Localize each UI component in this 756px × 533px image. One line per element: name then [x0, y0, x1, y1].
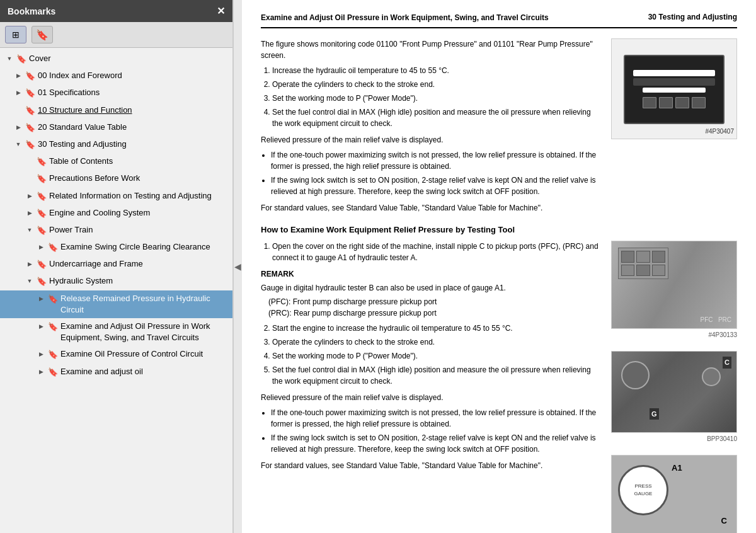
- sidebar-item-hydraulic[interactable]: 🔖 Hydraulic System: [0, 273, 232, 290]
- standard-note-1: For standard values, see Standard Value …: [261, 202, 601, 214]
- sidebar-item-engine[interactable]: 🔖 Engine and Cooling System: [0, 205, 232, 222]
- tree-label-specs: 01 Specifications: [38, 87, 229, 98]
- expand-arrow-hydraulic: [24, 276, 35, 285]
- expand-arrow-standard: [13, 122, 24, 132]
- sidebar-item-standard[interactable]: 🔖 20 Standard Value Table: [0, 119, 232, 136]
- bookmark-icon-related: 🔖: [37, 191, 47, 202]
- sidebar-item-index[interactable]: 🔖 00 Index and Foreword: [0, 67, 232, 84]
- sidebar-collapse-handle[interactable]: ◀: [233, 0, 242, 533]
- label-a1: A1: [672, 462, 682, 474]
- label-c-gauge: C: [721, 515, 727, 527]
- tree-label-engine: Engine and Cooling System: [49, 207, 229, 219]
- main-content: Examine and Adjust Oil Pressure in Work …: [242, 0, 756, 533]
- gauge-image: PRESSGAUGE A1 C: [611, 455, 737, 533]
- sidebar-item-examine-adj-oil2[interactable]: 🔖 Examine and adjust oil: [0, 364, 232, 381]
- bookmark-icon-swing: 🔖: [48, 242, 58, 253]
- bookmark-icon-cover: 🔖: [16, 54, 26, 65]
- tree-label-structure: 10 Structure and Function: [38, 105, 229, 116]
- bookmark-icon-engine: 🔖: [37, 208, 47, 219]
- tree-label-hydraulic: Hydraulic System: [49, 275, 229, 287]
- bullet-1-1: If the one-touch power maximizing switch…: [271, 149, 601, 172]
- bullet-2-1: If the one-touch power maximizing switch…: [271, 407, 601, 430]
- step-2-4: Set the working mode to P ("Power Mode")…: [272, 350, 601, 362]
- expand-arrow-power-train: [24, 225, 35, 234]
- step-1-4: Set the fuel control dial in MAX (High i…: [272, 106, 601, 129]
- steps-list-2b: Start the engine to increase the hydraul…: [261, 323, 601, 387]
- sidebar-item-related-info[interactable]: 🔖 Related Information on Testing and Adj…: [0, 188, 232, 205]
- panel-cell-2: [636, 251, 650, 263]
- relieved-note: Relieved pressure of the main relief val…: [261, 134, 601, 146]
- monitor-row-3: [643, 88, 706, 93]
- sidebar-item-undercarriage[interactable]: 🔖 Undercarriage and Frame: [0, 256, 232, 273]
- sidebar-item-swing-circle[interactable]: 🔖 Examine Swing Circle Bearing Clearance: [0, 239, 232, 256]
- monitor-icon-4: [692, 97, 706, 108]
- bookmark-icon-testing: 🔖: [25, 139, 35, 151]
- grid-view-button[interactable]: ⊞: [5, 26, 26, 43]
- panel-cell-5: [636, 265, 650, 277]
- tree-label-related: Related Information on Testing and Adjus…: [49, 190, 229, 202]
- tree-label-examine-adj: Examine and Adjust Oil Pressure in Work …: [60, 321, 229, 343]
- tree-label-oil-control: Examine Oil Pressure of Control Circuit: [60, 348, 229, 360]
- label-g: G: [650, 408, 659, 420]
- expand-arrow-examine-adj2: [35, 367, 47, 376]
- sidebar-item-toc[interactable]: ▶ 🔖 Table of Contents: [0, 153, 232, 170]
- img-block-3: C G BPP30410: [611, 351, 737, 444]
- img-block-4: PRESSGAUGE A1 C BPP30411: [611, 455, 737, 533]
- sidebar-item-oil-control[interactable]: 🔖 Examine Oil Pressure of Control Circui…: [0, 346, 232, 363]
- expand-arrow-oil-control: [35, 349, 47, 358]
- sidebar-item-examine-adj-oil[interactable]: 🔖 Examine and Adjust Oil Pressure in Wor…: [0, 318, 232, 346]
- img-caption-3: BPP30410: [611, 434, 737, 444]
- doc-image-1: #4P30407: [611, 38, 737, 139]
- intro-paragraph: The figure shows monitoring code 01100 "…: [261, 38, 601, 61]
- bookmark-icon-hydraulic: 🔖: [37, 276, 47, 287]
- expand-arrow-related: [24, 191, 35, 200]
- tree-label-examine-adj2: Examine and adjust oil: [60, 366, 229, 377]
- monitor-icon-3: [675, 97, 689, 108]
- section-block-2: Open the cover on the right side of the …: [261, 241, 737, 533]
- doc-header-section: 30 Testing and Adjusting: [648, 13, 737, 21]
- sidebar-item-power-train[interactable]: 🔖 Power Train: [0, 222, 232, 239]
- bullets-2: If the one-touch power maximizing switch…: [261, 407, 601, 455]
- panel-grid: [618, 248, 668, 279]
- relieved-note-2: Relieved pressure of the main relief val…: [261, 392, 601, 403]
- bookmark-icon-specs: 🔖: [25, 88, 35, 99]
- tree-label-precautions: Precautions Before Work: [49, 173, 229, 184]
- img-block-2: PFC PRC #4P30133: [611, 241, 737, 340]
- step-1-3: Set the working mode to P ("Power Mode")…: [272, 93, 601, 104]
- expand-arrow-engine: [24, 208, 35, 217]
- bullet-2-2: If the swing lock switch is set to ON po…: [271, 432, 601, 455]
- sidebar-item-release-pressure[interactable]: 🔖 Release Remained Pressure in Hydraulic…: [0, 290, 232, 318]
- standard-note-2: For standard values, see Standard Value …: [261, 460, 601, 471]
- remark-text: Gauge in digital hydraulic tester B can …: [261, 282, 601, 294]
- monitor-row-2: [633, 78, 715, 86]
- sidebar-item-cover[interactable]: 🔖 Cover: [0, 50, 232, 67]
- sidebar-item-specs[interactable]: 🔖 01 Specifications: [0, 84, 232, 101]
- step-1-2: Operate the cylinders to check to the st…: [272, 79, 601, 90]
- section-block-1: The figure shows monitoring code 01100 "…: [261, 38, 737, 214]
- step-2-2: Start the engine to increase the hydraul…: [272, 323, 601, 334]
- doc-header-title: Examine and Adjust Oil Pressure in Work …: [261, 13, 549, 23]
- tree-label-release: Release Remained Pressure in Hydraulic C…: [60, 293, 229, 316]
- bookmark-icon-structure: 🔖: [25, 105, 35, 117]
- panel-image: PFC PRC: [611, 241, 737, 329]
- gauge-dial: PRESSGAUGE: [618, 465, 668, 515]
- bullets-1: If the one-touch power maximizing switch…: [261, 149, 601, 197]
- prc-note: (PRC): Rear pump discharge pressure pick…: [268, 307, 601, 319]
- expand-arrow-index: [13, 71, 24, 80]
- sidebar-item-precautions[interactable]: ▶ 🔖 Precautions Before Work: [0, 170, 232, 187]
- panel-label-pfc: PFC PRC: [701, 315, 731, 324]
- steps-list-2: Open the cover on the right side of the …: [261, 241, 601, 263]
- collapse-icon: ◀: [234, 261, 241, 272]
- step-2-5: Set the fuel control dial in MAX (High i…: [272, 364, 601, 387]
- bookmark-icon-precautions: 🔖: [37, 173, 47, 185]
- bookmark-icon-examine-adj2: 🔖: [48, 367, 58, 378]
- remark-label: REMARK: [261, 270, 294, 278]
- bookmark-view-button[interactable]: 🔖: [32, 26, 53, 43]
- close-button[interactable]: ✕: [217, 5, 225, 17]
- expand-arrow-undercarriage: [24, 259, 35, 268]
- img-caption-1: #4P30407: [614, 127, 734, 136]
- sidebar-item-testing[interactable]: 🔖 30 Testing and Adjusting: [0, 136, 232, 153]
- tree-label-power-train: Power Train: [49, 224, 229, 236]
- step-2-1: Open the cover on the right side of the …: [272, 241, 601, 263]
- sidebar-item-structure[interactable]: ▶ 🔖 10 Structure and Function: [0, 102, 232, 119]
